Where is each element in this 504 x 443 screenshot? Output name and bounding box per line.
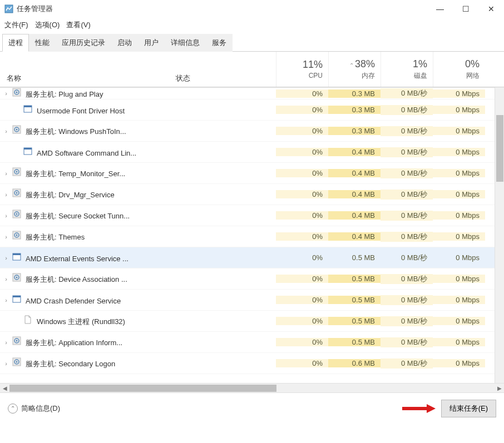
tab-6[interactable]: 服务 [206,34,233,52]
scroll-right-arrow-icon[interactable]: ▶ [495,385,504,391]
tab-3[interactable]: 启动 [111,34,138,52]
process-network: 0 Mbps [433,89,485,98]
expand-chevron-icon[interactable]: › [0,255,12,261]
process-row[interactable]: ›AMD Crash Defender Service0%0.5 MB0 MB/… [0,290,504,311]
task-manager-icon [4,4,13,13]
process-memory: 0.5 MB [328,253,381,262]
process-icon [12,295,23,303]
process-name: 服务主机: Temp_Monitor_Ser... [12,167,176,179]
expand-chevron-icon[interactable]: › [0,233,12,240]
end-task-button[interactable]: 结束任务(E) [441,400,496,417]
process-row[interactable]: ›服务主机: Device Association ...0%0.5 MB0 M… [0,268,504,290]
process-row[interactable]: ›服务主机: Plug and Play0%0.3 MB0 MB/秒0 Mbps [0,87,504,99]
svg-point-22 [16,235,18,236]
process-icon [12,336,23,345]
svg-rect-10 [24,148,32,150]
process-row[interactable]: ›服务主机: Secure Socket Tunn...0%0.4 MB0 MB… [0,205,504,226]
process-row[interactable]: Windows 主进程 (Rundll32)0%0.5 MB0 MB/秒0 Mb… [0,311,504,332]
column-name[interactable]: 名称 [0,52,176,87]
expand-chevron-icon[interactable]: › [0,297,12,303]
tab-5[interactable]: 详细信息 [165,34,206,52]
process-disk: 0 MB/秒 [381,147,433,157]
column-network[interactable]: 0% 网络 [433,52,485,87]
process-name: 服务主机: Device Association ... [12,273,176,285]
process-network: 0 Mbps [433,148,485,156]
expand-chevron-icon[interactable]: › [0,128,12,135]
menubar: 文件(F) 选项(O) 查看(V) [0,18,504,33]
process-disk: 0 MB/秒 [381,316,433,326]
svg-point-8 [16,129,18,131]
process-network: 0 Mbps [433,317,485,325]
process-cpu: 0% [276,359,328,367]
process-disk: 0 MB/秒 [381,126,433,136]
svg-point-19 [16,213,18,215]
expand-chevron-icon[interactable]: › [0,276,12,282]
close-button[interactable]: ✕ [478,0,504,18]
svg-point-13 [16,171,18,173]
process-disk: 0 MB/秒 [381,105,433,115]
window-title: 任务管理器 [17,4,427,14]
column-disk[interactable]: 1% 磁盘 [381,52,433,87]
minimize-button[interactable]: — [427,0,453,18]
process-network: 0 Mbps [433,275,485,283]
tab-0[interactable]: 进程 [2,34,29,52]
tab-1[interactable]: 性能 [29,34,56,52]
collapse-icon: ⌃ [8,404,18,414]
column-status[interactable]: 状态 [176,52,276,87]
process-cpu: 0% [276,317,328,325]
column-cpu[interactable]: 11% CPU [276,52,328,87]
menu-view[interactable]: 查看(V) [66,20,90,30]
process-row[interactable]: AMD Software Command Lin...0%0.4 MB0 MB/… [0,142,504,163]
process-icon [12,88,23,97]
process-name: 服务主机: Drv_Mgr_Service [12,188,176,200]
process-memory: 0.4 MB [328,148,381,156]
menu-file[interactable]: 文件(F) [4,20,28,30]
process-row[interactable]: ›服务主机: Temp_Monitor_Ser...0%0.4 MB0 MB/秒… [0,163,504,184]
scrollbar-thumb[interactable] [496,115,503,182]
expand-chevron-icon[interactable]: › [0,339,12,346]
expand-chevron-icon[interactable]: › [0,212,12,219]
process-row[interactable]: ›服务主机: Themes0%0.4 MB0 MB/秒0 Mbps [0,226,504,247]
tab-4[interactable]: 用户 [138,34,165,52]
process-row[interactable]: Usermode Font Driver Host0%0.3 MB0 MB/秒0… [0,99,504,121]
horizontal-scrollbar[interactable]: ◀ ▶ [0,383,504,392]
process-network: 0 Mbps [433,127,485,135]
process-cpu: 0% [276,253,328,262]
process-network: 0 Mbps [433,190,485,198]
expand-chevron-icon[interactable]: › [0,360,12,367]
sort-indicator-icon: ⌃ [349,62,354,68]
process-row[interactable]: ›服务主机: Drv_Mgr_Service0%0.4 MB0 MB/秒0 Mb… [0,184,504,205]
process-network: 0 Mbps [433,359,485,367]
process-icon [12,210,23,218]
process-icon [12,167,23,176]
expand-chevron-icon[interactable]: › [0,170,12,177]
process-name: AMD Crash Defender Service [12,295,176,305]
process-icon [23,104,34,113]
process-memory: 0.4 MB [328,169,381,177]
scroll-left-arrow-icon[interactable]: ◀ [0,385,9,391]
menu-options[interactable]: 选项(O) [35,20,60,30]
process-row[interactable]: ›服务主机: Windows PushToIn...0%0.3 MB0 MB/秒… [0,121,504,142]
process-row[interactable]: ›服务主机: Secondary Logon0%0.6 MB0 MB/秒0 Mb… [0,353,504,374]
vertical-scrollbar[interactable] [495,87,504,383]
expand-chevron-icon[interactable]: › [0,90,12,97]
process-network: 0 Mbps [433,169,485,177]
expand-chevron-icon[interactable]: › [0,191,12,198]
svg-point-27 [16,277,18,278]
process-cpu: 0% [276,232,328,241]
process-icon [12,188,23,197]
svg-point-16 [16,192,18,194]
column-memory[interactable]: ⌃38% 内存 [328,52,381,87]
hscroll-thumb[interactable] [9,385,276,392]
process-name: 服务主机: Windows PushToIn... [12,125,176,137]
process-row[interactable]: ›服务主机: Application Inform...0%0.5 MB0 MB… [0,332,504,353]
maximize-button[interactable]: ☐ [453,0,478,18]
tab-2[interactable]: 应用历史记录 [56,34,111,52]
process-row[interactable]: ›AMD External Events Service ...0%0.5 MB… [0,247,504,268]
process-memory: 0.3 MB [328,106,381,114]
process-network: 0 Mbps [433,106,485,114]
process-network: 0 Mbps [433,253,485,262]
fewer-details-toggle[interactable]: ⌃ 简略信息(D) [8,404,60,414]
svg-point-3 [16,91,18,93]
process-disk: 0 MB/秒 [381,274,433,284]
